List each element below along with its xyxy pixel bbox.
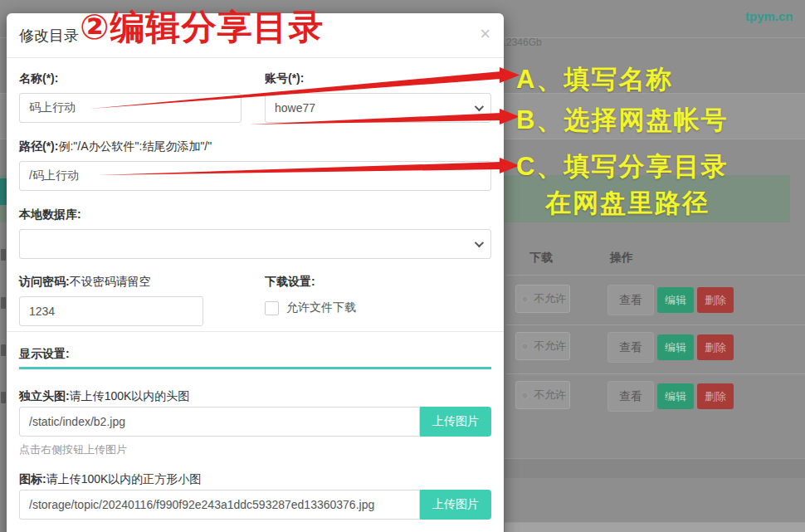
delete-button[interactable]: 删除 [697, 287, 734, 313]
section-divider [7, 331, 504, 332]
view-button[interactable]: 查看 [607, 381, 654, 412]
local-db-row: 本地数据库: [19, 207, 491, 259]
path-label: 路径(*):例:"/A办公软件":结尾勿添加"/" [19, 139, 491, 154]
path-row: 路径(*):例:"/A办公软件":结尾勿添加"/" [19, 139, 491, 191]
modal-title: 修改目录 [19, 27, 79, 44]
table-header-download: 下载 [529, 251, 553, 266]
table-row: 不允许 查看 编辑 删除 [505, 381, 805, 414]
edit-directory-modal: 修改目录 × 名称(*): 账号(*): howe77 路径(*):例:"/A办… [7, 13, 504, 532]
name-label: 名称(*): [19, 71, 242, 85]
upload-icon-image-button[interactable]: 上传图片 [420, 490, 491, 520]
download-settings-label: 下载设置: [265, 274, 491, 289]
capacity-text-fragment: 7.2346Gb [498, 37, 542, 48]
background-footer-band [505, 458, 805, 478]
head-image-label: 独立头图:请上传100K以内的头图 [19, 388, 491, 403]
left-edge-fragment [1, 297, 6, 309]
view-button[interactable]: 查看 [607, 332, 654, 363]
view-button[interactable]: 查看 [607, 285, 654, 315]
name-input[interactable] [19, 93, 242, 123]
download-toggle[interactable]: 不允许 [515, 285, 570, 313]
delete-button[interactable]: 删除 [697, 334, 734, 360]
icon-image-input[interactable] [19, 490, 420, 520]
account-select-value: howe77 [275, 101, 315, 115]
left-edge-fragment [1, 249, 6, 261]
chevron-down-icon [475, 238, 484, 247]
left-edge-fragment [1, 392, 6, 403]
table-row: 不允许 查看 编辑 删除 [505, 285, 805, 318]
close-icon[interactable]: × [480, 25, 490, 43]
path-input[interactable] [19, 161, 491, 191]
modal-body: 名称(*): 账号(*): howe77 路径(*):例:"/A办公软件":结尾… [7, 58, 504, 532]
head-image-row: 独立头图:请上传100K以内的头图 上传图片 点击右侧按钮上传图片 [19, 388, 491, 456]
table-row-divider [506, 325, 805, 325]
modal-header: 修改目录 × [7, 13, 504, 58]
left-edge-teal-fragment [0, 178, 7, 205]
teal-section-rule [19, 367, 491, 369]
background-footer-band [505, 522, 805, 532]
upload-helper-text: 点击右侧按钮上传图片 [19, 444, 491, 456]
edit-button[interactable]: 编辑 [657, 334, 694, 360]
head-image-input[interactable] [19, 407, 420, 437]
table-header-action: 操作 [610, 251, 633, 266]
left-edge-fragment [1, 344, 6, 356]
upload-head-image-button[interactable]: 上传图片 [420, 407, 491, 437]
toggle-knob-icon [521, 343, 529, 350]
toggle-knob-icon [521, 392, 529, 399]
download-toggle[interactable]: 不允许 [515, 332, 570, 360]
password-download-row: 访问密码:不设密码请留空 下载设置: 允许文件下载 [19, 274, 491, 326]
delete-button[interactable]: 删除 [697, 383, 734, 409]
password-label: 访问密码:不设密码请留空 [19, 274, 242, 289]
name-account-row: 名称(*): 账号(*): howe77 [19, 71, 491, 123]
edit-button[interactable]: 编辑 [657, 287, 694, 313]
icon-image-row: 图标:请上传100K以内的正方形小图 上传图片 [19, 471, 491, 520]
toggle-knob-icon [521, 295, 529, 303]
local-db-select[interactable] [19, 229, 491, 259]
table-row-divider [506, 373, 805, 374]
account-label: 账号(*): [265, 71, 491, 85]
display-settings-section: 显示设置: [19, 346, 491, 369]
account-select[interactable]: howe77 [265, 93, 491, 123]
site-brand: tpym.cn [745, 9, 793, 23]
password-input[interactable] [19, 296, 203, 326]
table-row-divider [506, 275, 805, 276]
download-toggle[interactable]: 不允许 [515, 381, 570, 409]
allow-download-label: 允许文件下载 [286, 300, 356, 315]
edit-button[interactable]: 编辑 [657, 383, 694, 409]
table-row: 不允许 查看 编辑 删除 [505, 332, 805, 365]
display-settings-label: 显示设置: [19, 346, 491, 361]
chevron-down-icon [475, 102, 484, 111]
local-db-label: 本地数据库: [19, 207, 491, 222]
allow-download-checkbox[interactable] [265, 301, 279, 315]
icon-image-label: 图标:请上传100K以内的正方形小图 [19, 471, 491, 486]
